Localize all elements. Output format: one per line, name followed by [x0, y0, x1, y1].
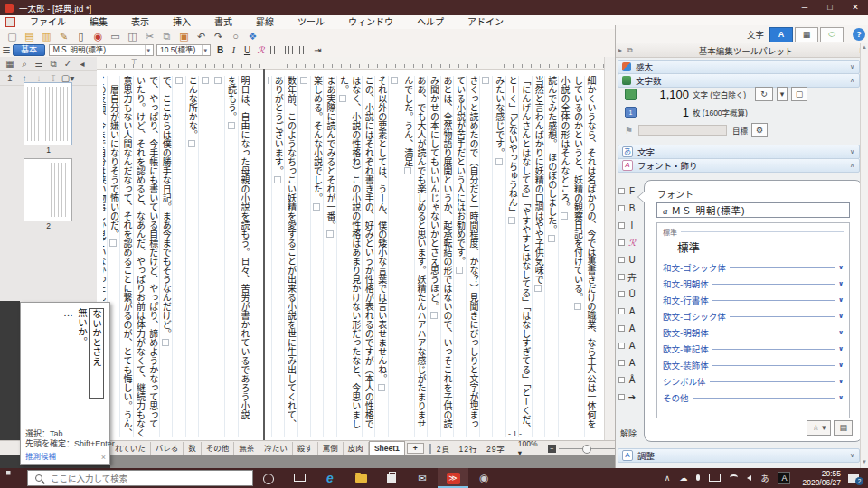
direction-toggle[interactable]: ➔	[618, 389, 642, 406]
tab-ruler-button[interactable]: ⇥	[311, 45, 325, 55]
collapse-pane-icon[interactable]: ◂	[75, 59, 90, 69]
goal-settings-button[interactable]: ⚙	[751, 123, 768, 137]
preset-selector[interactable]: 基本	[13, 44, 45, 56]
underline-toggle[interactable]: U	[618, 251, 642, 268]
sheet-tab[interactable]: 殺す	[293, 442, 318, 455]
sheet-list-icon[interactable]	[429, 444, 431, 454]
thumbnail-view-icon[interactable]: ▦	[3, 59, 17, 69]
text-palette-button[interactable]: A	[769, 27, 793, 42]
ime-mode-indicator[interactable]: あ	[760, 473, 769, 484]
section-adjust[interactable]: A 調整 ∨	[618, 448, 860, 463]
font-category-row[interactable]: 和文-明朝体∨	[657, 276, 849, 292]
candidate-item[interactable]: 無いか。	[75, 308, 89, 399]
start-button[interactable]	[0, 469, 27, 487]
copy-icon[interactable]: ⧉	[158, 29, 175, 43]
menu-item[interactable]: 書式	[203, 17, 244, 27]
style-checkbox[interactable]	[618, 205, 625, 211]
ichitaro-taskbar-button[interactable]: ≫	[438, 468, 468, 488]
save-style-button[interactable]: ▤	[834, 420, 853, 436]
mail-button[interactable]: ✉	[407, 468, 438, 488]
print-preview-icon[interactable]: ◫	[124, 29, 141, 43]
candidate-item[interactable]: ないかとさえ	[89, 308, 104, 399]
sheet-tab[interactable]: 数	[184, 442, 202, 455]
font-family-select[interactable]: ＭＳ 明朝(標準)▾	[49, 44, 154, 56]
zoom-level[interactable]: 100% ▾	[518, 439, 538, 457]
new-document-icon[interactable]: ▢	[4, 29, 21, 43]
search-icon[interactable]: ○	[227, 29, 244, 43]
menu-item[interactable]: 罫線	[244, 17, 286, 27]
current-font-field[interactable]: a ＭＳ 明朝(標準)	[656, 202, 850, 218]
open-folder-icon[interactable]: ▤	[21, 29, 38, 43]
style-checkbox[interactable]	[618, 291, 625, 297]
italic-button[interactable]: I	[227, 45, 241, 55]
page1-text[interactable]: 細かくいうなら、それは名ばかりの、今では裏書きだけの職業、なら主人公は一体何をし…	[268, 76, 597, 437]
favorite-button[interactable]: ☆ ▾	[807, 420, 831, 436]
font-category-row[interactable]: シンボル体∨	[657, 373, 849, 389]
minimize-button[interactable]: ─	[792, 0, 817, 15]
sheet-palette-button[interactable]: ▦	[795, 27, 818, 42]
menu-item[interactable]: ウィンドウ	[336, 17, 405, 27]
jump-top-icon[interactable]: ↥	[3, 73, 17, 83]
sheet-tab[interactable]: れていた	[110, 442, 151, 455]
font-category-row[interactable]: 欧文-筆記体∨	[657, 341, 849, 357]
italic-toggle[interactable]: I	[618, 217, 642, 234]
page2-text[interactable]: 明日は、自由になった母親の小説を読もう。日々、苦労が書かれているであろう小説を読…	[103, 76, 250, 437]
ruler[interactable]: ⊤	[97, 57, 604, 70]
menu-item[interactable]: ヘルプ	[405, 17, 456, 27]
notification-center-button[interactable]: 2	[848, 474, 859, 483]
tab-marker-icon[interactable]: ⊤	[131, 58, 137, 66]
style-checkbox[interactable]	[618, 377, 625, 383]
section-font-decoration[interactable]: A フォント・飾り ∧	[618, 158, 860, 173]
duplicate-page-icon[interactable]: ⧉	[46, 59, 61, 70]
box-char-toggle[interactable]: A	[618, 337, 642, 354]
style-checkbox[interactable]	[618, 188, 625, 194]
font-category-row[interactable]: 欧文-ゴシック体∨	[657, 308, 849, 324]
decoration-toggle[interactable]: ℛ	[618, 234, 642, 251]
layers-icon[interactable]: ⧉	[627, 46, 633, 55]
close-button[interactable]: ✕	[843, 0, 868, 15]
print-icon[interactable]: ▭	[107, 29, 124, 43]
shadow-toggle[interactable]: A	[618, 320, 642, 337]
decoration-pen-button[interactable]: ℛ	[254, 45, 268, 55]
sheet-tab[interactable]: 冷たい	[259, 442, 293, 455]
style-checkbox[interactable]	[618, 274, 625, 280]
font-category-row[interactable]: 欧文-装飾体∨	[657, 357, 849, 373]
release-button[interactable]: 解除	[620, 427, 637, 439]
taskbar-search[interactable]	[27, 470, 253, 486]
atok-indicator[interactable]: A	[778, 472, 790, 484]
mobile-view-icon[interactable]: ▯	[72, 29, 90, 43]
style-checkbox[interactable]	[618, 325, 625, 332]
zoom-slider-thumb[interactable]	[582, 445, 591, 454]
style-checkbox[interactable]	[618, 257, 625, 263]
outline-toggle[interactable]: A	[618, 303, 642, 320]
candidate-item[interactable]: …	[61, 308, 75, 399]
maximize-button[interactable]: □	[817, 0, 843, 15]
char-spacing-icon[interactable]	[299, 46, 308, 54]
menu-item[interactable]: ツール	[286, 17, 336, 27]
section-kanta[interactable]: 感太 ∨	[618, 60, 860, 74]
insert-image-icon[interactable]: ❖	[244, 29, 261, 43]
style-checkbox[interactable]	[618, 222, 625, 229]
font-size-select[interactable]: 10.5(標準)▾	[156, 44, 211, 56]
font-category-row[interactable]: その他∨	[657, 389, 849, 406]
selected-font-style[interactable]: 標準	[677, 239, 849, 256]
font-category-row[interactable]: 欧文-明朝体∨	[657, 324, 849, 341]
menu-item[interactable]: 編集	[78, 17, 119, 27]
menu-item[interactable]: ファイル	[18, 17, 78, 27]
count-settings-button[interactable]: ▢	[791, 87, 807, 101]
cut-icon[interactable]: ✂	[141, 29, 158, 43]
page-thumbnail-2[interactable]	[24, 158, 72, 221]
toolbar-menu-icon[interactable]: ☰	[0, 45, 13, 55]
clock[interactable]: 20:55 2020/06/27	[802, 469, 841, 487]
ruby-toggle[interactable]: Å	[618, 371, 642, 389]
onedrive-cloud-icon[interactable]: ☁	[679, 474, 687, 483]
list-view-icon[interactable]: ☰	[32, 59, 46, 69]
store-button[interactable]	[376, 468, 407, 488]
style-checkbox[interactable]	[618, 308, 625, 314]
style-checkbox[interactable]	[618, 239, 625, 246]
font-category-row[interactable]: 和文-ゴシック体∨	[657, 259, 849, 276]
help-button[interactable]: ?	[853, 28, 865, 41]
add-sheet-button[interactable]: +	[407, 443, 424, 454]
zoom-out-button[interactable]: −	[548, 445, 556, 453]
line-spacing-icon[interactable]	[285, 46, 294, 54]
